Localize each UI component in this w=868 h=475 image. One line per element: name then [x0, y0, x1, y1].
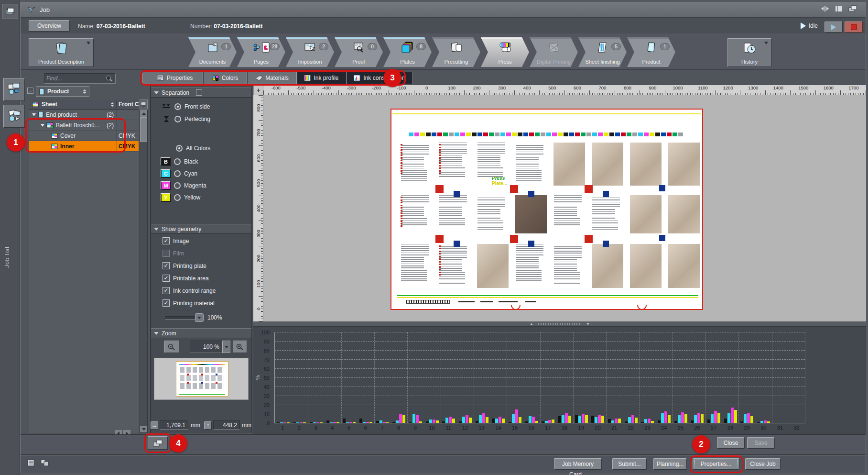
expand-icon[interactable] [32, 113, 36, 116]
tree-view-selector[interactable]: Product [36, 86, 89, 97]
black-radio[interactable] [174, 158, 181, 165]
geometry-printing-material-row[interactable]: ✓ Printing material [163, 299, 251, 307]
tree-row-inner[interactable]: Inner CMYK [29, 141, 139, 152]
ink-zone-10[interactable] [424, 332, 441, 423]
ink-zone-14[interactable] [490, 332, 507, 423]
search-icon[interactable] [106, 75, 113, 82]
preview-chart-splitter[interactable]: ▲▼ [253, 321, 866, 326]
printing-material-checkbox[interactable]: ✓ [163, 299, 170, 307]
printing-plate-checkbox[interactable]: ✓ [163, 262, 170, 269]
separation-section-header[interactable]: Separation [151, 88, 251, 98]
ink-zone-27[interactable] [705, 332, 722, 423]
zoom-value-field[interactable]: 100 % [190, 341, 222, 353]
workflow-step-pages[interactable]: 28 Pages [237, 37, 285, 67]
grid-view-icon[interactable] [40, 458, 51, 467]
window-titlebar[interactable]: Job [21, 2, 866, 17]
ink-zone-6[interactable] [358, 332, 374, 423]
split-view-icon[interactable] [821, 5, 829, 12]
show-geometry-section-header[interactable]: Show geometry [151, 224, 251, 234]
workflow-step-product[interactable]: 1 Product [627, 37, 675, 67]
panels-icon[interactable] [835, 5, 843, 12]
tree-header[interactable]: Sheet Front C [29, 99, 139, 110]
ink-zone-24[interactable] [656, 332, 673, 423]
ink-zone-12[interactable] [457, 332, 474, 423]
perfecting-radio[interactable] [174, 116, 181, 122]
ink-zone-21[interactable] [606, 332, 623, 423]
tree-row-end-product[interactable]: End product (2) [29, 110, 139, 120]
sheet-height-field[interactable]: 448.2 [213, 420, 240, 430]
ink-zone-16[interactable] [523, 332, 540, 423]
tree-row-cover[interactable]: Cover CMYK [29, 131, 139, 141]
properties-button[interactable]: Properties... [693, 458, 739, 470]
sheet-width-field[interactable]: 1,709.1 [160, 420, 188, 430]
ink-zone-17[interactable] [540, 332, 557, 423]
ink-zone-1[interactable] [275, 332, 292, 423]
ink-zone-20[interactable] [589, 332, 606, 423]
zoom-section-header[interactable]: Zoom [151, 328, 251, 338]
ink-zone-18[interactable] [556, 332, 573, 423]
stop-processing-button[interactable] [845, 22, 863, 33]
workflow-step-imposition[interactable]: 2 Imposition [286, 37, 334, 67]
job-list-label[interactable]: Job list [4, 206, 13, 268]
magenta-radio[interactable] [174, 182, 181, 189]
perfecting-option[interactable]: Perfecting [163, 116, 210, 122]
ink-zone-30[interactable] [755, 332, 772, 423]
cascade-windows-icon[interactable] [848, 5, 857, 12]
workflow-step-press[interactable]: Press [481, 37, 529, 67]
cyan-option[interactable]: C Cyan [161, 170, 197, 177]
ink-zone-23[interactable] [639, 332, 656, 423]
planning-button[interactable]: Planning... [653, 458, 687, 470]
sheet-preview-canvas[interactable]: Press Plate... [263, 95, 866, 321]
collapse-all-button[interactable]: − [27, 88, 33, 94]
cyan-radio[interactable] [174, 170, 181, 177]
column-config-button[interactable] [140, 99, 148, 110]
all-colors-option[interactable]: All Colors [176, 145, 210, 152]
tree-row-ballett-broschuere[interactable]: Ballett Broschü... (2) [29, 120, 139, 131]
save-button[interactable]: Save [747, 437, 775, 449]
black-option[interactable]: B Black [161, 158, 198, 166]
ink-zone-22[interactable] [623, 332, 640, 423]
plate-view-tool-button[interactable] [3, 105, 25, 128]
ink-zone-28[interactable] [722, 332, 739, 423]
workflow-step-proof[interactable]: 0 Proof [335, 37, 383, 67]
opacity-slider[interactable] [165, 316, 198, 320]
zoom-in-button[interactable] [233, 341, 247, 353]
image-checkbox[interactable]: ✓ [163, 237, 170, 244]
scroll-up-button[interactable] [140, 110, 147, 117]
tree-scrollbar[interactable] [140, 110, 148, 433]
close-button[interactable]: Close [717, 437, 745, 449]
chart-plot[interactable] [274, 332, 805, 423]
start-processing-button[interactable] [825, 22, 843, 33]
navigator-panel[interactable] [154, 358, 249, 400]
ink-zone-13[interactable] [474, 332, 490, 423]
splitter-grip[interactable] [538, 323, 581, 325]
separation-checkbox[interactable] [196, 89, 202, 96]
overview-button[interactable]: Overview [29, 20, 70, 32]
ink-zone-19[interactable] [573, 332, 590, 423]
ink-control-range-checkbox[interactable]: ✓ [163, 287, 170, 294]
opacity-slider-thumb[interactable] [195, 313, 204, 322]
detach-panel-button[interactable] [148, 436, 168, 450]
ruler-origin-button[interactable]: + [253, 85, 263, 95]
ink-zone-9[interactable] [407, 332, 424, 423]
tab-materials[interactable]: Materials [247, 72, 297, 84]
ink-zone-3[interactable] [308, 332, 325, 423]
ink-zone-2[interactable] [292, 332, 308, 423]
workflow-step-sheet-finishing[interactable]: 5 Sheet finishing [578, 37, 627, 67]
yellow-option[interactable]: Y Yellow [161, 194, 200, 201]
ink-zone-29[interactable] [738, 332, 755, 423]
history-button[interactable]: History [727, 38, 771, 67]
workflow-step-plates[interactable]: 8 Plates [383, 37, 432, 67]
ink-zone-25[interactable] [673, 332, 689, 423]
scrollbar-thumb[interactable] [140, 117, 147, 142]
workflow-step-precutting[interactable]: Precutting [432, 37, 480, 67]
geometry-image-row[interactable]: ✓ Image [163, 237, 251, 244]
magenta-option[interactable]: M Magenta [161, 182, 206, 189]
tab-ink-profile[interactable]: Ink profile [297, 72, 347, 84]
find-input[interactable]: Find... [44, 73, 116, 84]
expand-icon[interactable] [41, 124, 44, 127]
submit-button[interactable]: Submit... [612, 458, 647, 470]
geometry-ink-control-range-row[interactable]: ✓ Ink control range [163, 287, 251, 294]
tab-ink-consumption[interactable]: Ink consumption [347, 72, 412, 84]
product-description-button[interactable]: Product Description [29, 38, 94, 67]
